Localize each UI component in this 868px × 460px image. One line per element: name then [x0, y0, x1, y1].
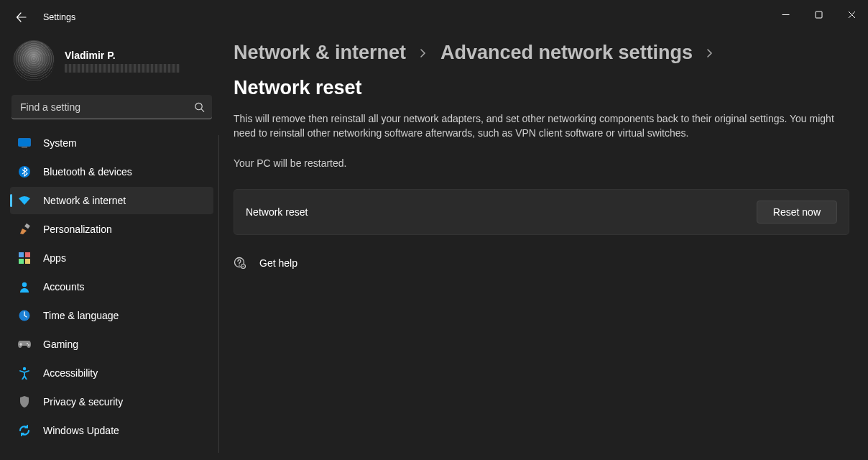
sidebar-item-label: Privacy & security — [43, 396, 123, 408]
sidebar-item-label: System — [43, 137, 77, 149]
apps-icon — [17, 251, 32, 265]
chevron-right-icon — [419, 46, 428, 61]
sidebar-item-label: Time & language — [43, 310, 119, 321]
main-content: Network & internet Advanced network sett… — [219, 34, 868, 460]
back-button[interactable] — [10, 6, 33, 29]
close-button[interactable] — [835, 0, 868, 29]
profile-name: Vladimir P. — [65, 50, 180, 61]
minimize-button[interactable] — [769, 0, 802, 29]
svg-rect-7 — [25, 252, 30, 257]
svg-rect-0 — [816, 12, 822, 18]
bluetooth-icon — [17, 165, 32, 179]
wifi-icon — [17, 193, 32, 208]
svg-point-13 — [28, 344, 29, 346]
sidebar: Vladimir P. System Bluetooth & devic — [0, 34, 219, 460]
svg-rect-6 — [19, 252, 24, 257]
sync-icon — [17, 423, 32, 438]
sidebar-item-windows-update[interactable]: Windows Update — [10, 417, 213, 444]
sidebar-item-label: Network & internet — [43, 195, 126, 206]
sidebar-item-accessibility[interactable]: Accessibility — [10, 359, 213, 387]
sidebar-item-bluetooth[interactable]: Bluetooth & devices — [10, 158, 213, 185]
accessibility-icon — [17, 366, 32, 380]
restart-note: Your PC will be restarted. — [234, 157, 849, 169]
arrow-left-icon — [16, 12, 27, 23]
svg-rect-9 — [25, 259, 30, 264]
system-icon — [17, 136, 32, 150]
sidebar-item-label: Accessibility — [43, 367, 98, 379]
maximize-button[interactable] — [802, 0, 835, 29]
svg-rect-8 — [19, 259, 24, 264]
breadcrumb-item-network[interactable]: Network & internet — [234, 42, 406, 64]
chevron-right-icon — [706, 46, 714, 61]
help-label: Get help — [259, 257, 297, 269]
search-input[interactable] — [11, 95, 212, 119]
sidebar-item-label: Gaming — [43, 339, 78, 350]
breadcrumb-item-current: Network reset — [234, 77, 362, 99]
sidebar-divider — [218, 135, 219, 453]
breadcrumb: Network & internet Advanced network sett… — [234, 42, 849, 99]
sidebar-item-system[interactable]: System — [10, 129, 213, 157]
page-description: This will remove then reinstall all your… — [234, 112, 849, 140]
svg-point-10 — [22, 282, 27, 287]
svg-point-14 — [23, 367, 26, 370]
sidebar-item-label: Apps — [43, 252, 66, 264]
svg-rect-5 — [24, 224, 30, 229]
svg-point-12 — [27, 343, 28, 344]
window-title: Settings — [43, 12, 75, 22]
minimize-icon — [782, 11, 790, 19]
paintbrush-icon — [17, 222, 32, 236]
help-icon — [234, 257, 246, 270]
sidebar-item-network[interactable]: Network & internet — [10, 187, 213, 214]
sidebar-item-label: Bluetooth & devices — [43, 166, 132, 178]
avatar — [13, 40, 55, 82]
gamepad-icon — [17, 337, 32, 351]
sidebar-item-label: Windows Update — [43, 425, 119, 436]
sidebar-item-personalization[interactable]: Personalization — [10, 216, 213, 243]
clock-globe-icon — [17, 308, 32, 323]
titlebar: Settings — [0, 0, 868, 34]
breadcrumb-item-advanced[interactable]: Advanced network settings — [440, 42, 693, 64]
search-icon — [194, 102, 205, 113]
svg-point-16 — [239, 264, 240, 266]
sidebar-item-apps[interactable]: Apps — [10, 244, 213, 272]
sidebar-nav: System Bluetooth & devices Network & int… — [10, 129, 213, 444]
person-icon — [17, 280, 32, 294]
profile-block[interactable]: Vladimir P. — [10, 34, 213, 95]
sidebar-item-time-language[interactable]: Time & language — [10, 302, 213, 329]
close-icon — [848, 11, 856, 19]
maximize-icon — [815, 11, 823, 19]
sidebar-item-gaming[interactable]: Gaming — [10, 331, 213, 358]
svg-point-1 — [195, 103, 202, 109]
svg-rect-2 — [19, 139, 31, 147]
window-controls — [769, 0, 868, 29]
network-reset-card: Network reset Reset now — [234, 189, 849, 235]
card-label: Network reset — [246, 206, 308, 218]
profile-email-redacted — [65, 64, 180, 73]
sidebar-item-label: Accounts — [43, 281, 85, 293]
reset-now-button[interactable]: Reset now — [757, 201, 837, 224]
get-help-link[interactable]: Get help — [234, 257, 297, 270]
svg-rect-3 — [22, 147, 27, 148]
search-field[interactable] — [11, 95, 212, 119]
sidebar-item-accounts[interactable]: Accounts — [10, 273, 213, 300]
shield-icon — [17, 395, 32, 409]
sidebar-item-privacy[interactable]: Privacy & security — [10, 388, 213, 415]
sidebar-item-label: Personalization — [43, 224, 112, 235]
